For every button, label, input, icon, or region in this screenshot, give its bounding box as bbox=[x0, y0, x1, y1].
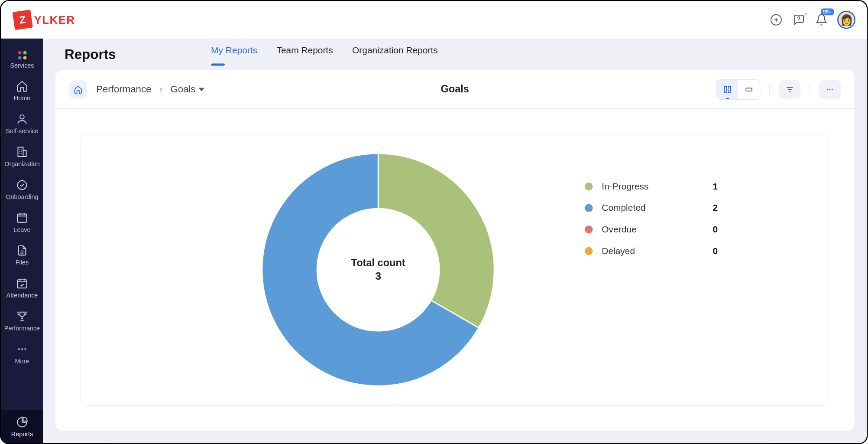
user-avatar[interactable]: 👩 bbox=[837, 11, 855, 29]
svg-rect-9 bbox=[728, 86, 730, 92]
breadcrumb: Performance › Goals bbox=[96, 84, 204, 95]
calendar-icon bbox=[16, 212, 29, 224]
legend-value: 2 bbox=[713, 203, 718, 213]
notifications-icon[interactable]: 99+ bbox=[815, 13, 828, 26]
sidebar-item-files[interactable]: Files bbox=[1, 238, 43, 271]
sidebar-item-label: Organization bbox=[4, 160, 40, 167]
breadcrumb-segment-performance[interactable]: Performance bbox=[96, 84, 151, 95]
sidebar-item-label: Self-service bbox=[6, 127, 38, 134]
legend-value: 1 bbox=[713, 181, 718, 192]
divider bbox=[810, 82, 810, 96]
goals-donut-chart: Total count 3 bbox=[262, 153, 494, 386]
svg-rect-4 bbox=[17, 280, 27, 288]
sidebar: Services Home Self-service Organization … bbox=[1, 39, 43, 443]
sidebar-item-organization[interactable]: Organization bbox=[1, 140, 43, 173]
breadcrumb-goals-dropdown[interactable]: Goals bbox=[170, 84, 204, 95]
tab-my-reports[interactable]: My Reports bbox=[211, 46, 257, 64]
legend-label: Overdue bbox=[602, 225, 703, 235]
legend-label: In-Progress bbox=[602, 181, 703, 192]
sidebar-item-leave[interactable]: Leave bbox=[1, 206, 43, 238]
divider bbox=[769, 82, 770, 96]
chevron-right-icon: › bbox=[159, 84, 162, 95]
svg-rect-2 bbox=[18, 147, 23, 157]
legend-label: Delayed bbox=[602, 246, 703, 256]
trophy-icon bbox=[16, 310, 29, 323]
home-icon bbox=[16, 80, 29, 92]
svg-point-1 bbox=[20, 115, 24, 119]
sidebar-item-reports[interactable]: Reports bbox=[1, 410, 43, 443]
reports-icon bbox=[16, 416, 29, 428]
building-icon bbox=[16, 146, 29, 158]
panel-title: Goals bbox=[440, 83, 469, 95]
legend-value: 0 bbox=[713, 246, 718, 256]
brand-logo[interactable]: Z YLKER bbox=[13, 11, 75, 29]
sidebar-item-label: Home bbox=[14, 95, 30, 101]
sidebar-item-label: Files bbox=[16, 259, 29, 266]
tab-team-reports[interactable]: Team Reports bbox=[276, 46, 333, 64]
svg-rect-8 bbox=[725, 86, 727, 92]
legend-color-dot bbox=[585, 204, 593, 212]
svg-point-6 bbox=[21, 348, 23, 350]
svg-rect-10 bbox=[746, 88, 752, 91]
services-icon bbox=[18, 51, 26, 60]
legend-color-dot bbox=[585, 183, 593, 190]
svg-point-7 bbox=[24, 348, 26, 350]
more-actions-button[interactable] bbox=[819, 80, 841, 99]
sidebar-item-performance[interactable]: Performance bbox=[1, 304, 43, 337]
legend-item: Delayed0 bbox=[585, 246, 718, 256]
legend-value: 0 bbox=[713, 225, 718, 235]
donut-center-value: 3 bbox=[351, 270, 405, 283]
svg-point-5 bbox=[18, 348, 20, 350]
legend-item: Overdue0 bbox=[585, 225, 718, 235]
sidebar-item-label: Attendance bbox=[6, 292, 38, 299]
caret-down-icon bbox=[199, 88, 204, 91]
sidebar-item-label: More bbox=[15, 358, 29, 365]
add-icon[interactable] bbox=[769, 13, 783, 26]
attendance-icon bbox=[16, 277, 29, 290]
view-list-button[interactable] bbox=[738, 80, 760, 99]
sidebar-item-label: Leave bbox=[13, 226, 30, 233]
sidebar-item-services[interactable]: Services bbox=[1, 46, 43, 75]
sidebar-item-onboarding[interactable]: Onboarding bbox=[1, 173, 43, 206]
chart-legend: In-Progress1Completed2Overdue0Delayed0 bbox=[585, 181, 718, 268]
help-chat-icon[interactable]: ✦ bbox=[792, 13, 805, 26]
sparkle-icon: ✦ bbox=[803, 11, 808, 17]
view-column-button[interactable] bbox=[717, 80, 738, 99]
view-toggle-group bbox=[716, 79, 760, 99]
handshake-icon bbox=[16, 179, 29, 191]
person-icon bbox=[16, 113, 29, 125]
filter-button[interactable] bbox=[779, 80, 800, 99]
breadcrumb-home-button[interactable] bbox=[69, 80, 87, 98]
notification-badge: 99+ bbox=[821, 9, 834, 16]
legend-item: In-Progress1 bbox=[585, 181, 718, 192]
sidebar-item-more[interactable]: More bbox=[1, 337, 43, 370]
legend-color-dot bbox=[585, 247, 593, 255]
tab-organization-reports[interactable]: Organization Reports bbox=[352, 46, 438, 64]
logo-z-badge: Z bbox=[13, 10, 33, 30]
more-dots-icon bbox=[16, 343, 29, 356]
logo-text: YLKER bbox=[34, 13, 75, 26]
svg-point-12 bbox=[829, 89, 831, 90]
breadcrumb-current-label: Goals bbox=[170, 84, 195, 95]
sidebar-item-label: Services bbox=[10, 62, 34, 69]
page-title: Reports bbox=[65, 46, 116, 62]
legend-color-dot bbox=[585, 225, 593, 233]
svg-point-13 bbox=[832, 89, 833, 90]
sidebar-item-attendance[interactable]: Attendance bbox=[1, 271, 43, 304]
sidebar-item-label: Performance bbox=[4, 325, 40, 332]
sidebar-item-self-service[interactable]: Self-service bbox=[1, 107, 43, 140]
legend-label: Completed bbox=[602, 203, 703, 213]
svg-point-11 bbox=[827, 89, 829, 90]
files-icon bbox=[16, 244, 29, 257]
legend-item: Completed2 bbox=[585, 203, 718, 213]
sidebar-item-label: Reports bbox=[11, 431, 33, 437]
svg-rect-3 bbox=[17, 214, 27, 222]
donut-center-label: Total count bbox=[351, 257, 405, 269]
sidebar-item-home[interactable]: Home bbox=[1, 74, 43, 107]
sidebar-item-label: Onboarding bbox=[6, 193, 38, 200]
